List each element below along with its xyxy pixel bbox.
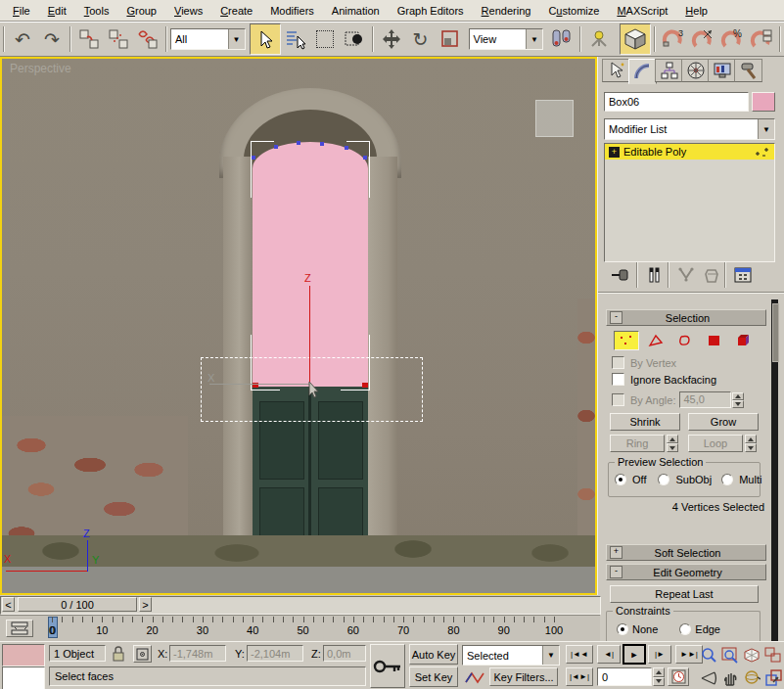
key-mode-toggle-button[interactable]: |◄►| bbox=[566, 667, 593, 686]
menu-views[interactable]: Views bbox=[165, 2, 211, 20]
ring-spinner[interactable] bbox=[667, 435, 678, 452]
trackbar-ruler[interactable]: 01020304050607080901000 bbox=[0, 617, 600, 641]
window-crossing-toggle-button[interactable] bbox=[340, 24, 369, 54]
collapse-icon[interactable]: - bbox=[610, 566, 623, 578]
previous-frame-button[interactable]: ◄| bbox=[597, 645, 621, 664]
rollout-edit-geometry-header[interactable]: - Edit Geometry bbox=[606, 564, 766, 580]
pin-stack-icon[interactable] bbox=[610, 266, 633, 284]
percent-snap-toggle-button[interactable]: % bbox=[717, 24, 747, 54]
vertex-dot[interactable] bbox=[363, 156, 367, 160]
expand-icon[interactable]: + bbox=[610, 546, 623, 559]
time-slider-next-button[interactable]: > bbox=[139, 597, 152, 612]
rollout-soft-selection-header[interactable]: + Soft Selection bbox=[606, 544, 766, 561]
select-and-link-button[interactable] bbox=[74, 24, 104, 54]
maximize-viewport-toggle-button[interactable] bbox=[761, 666, 784, 689]
vertex-dot[interactable] bbox=[274, 145, 278, 149]
snaps-toggle-button[interactable] bbox=[620, 23, 651, 55]
select-and-scale-button[interactable] bbox=[436, 24, 465, 54]
menu-grapheditors[interactable]: Graph Editors bbox=[389, 2, 473, 20]
menu-help[interactable]: Help bbox=[676, 2, 716, 20]
panel-scrollbar[interactable] bbox=[771, 299, 778, 641]
ring-button[interactable]: Ring bbox=[610, 435, 665, 452]
vertex-dot[interactable] bbox=[320, 142, 324, 146]
rectangular-selection-region-button[interactable] bbox=[310, 24, 340, 54]
modifier-stack[interactable]: + Editable Poly bbox=[604, 143, 775, 262]
loop-button[interactable]: Loop bbox=[688, 435, 743, 452]
absolute-mode-toggle-button[interactable] bbox=[133, 645, 152, 663]
menu-edit[interactable]: Edit bbox=[39, 2, 75, 20]
vertex-dot[interactable] bbox=[297, 141, 300, 145]
field-of-view-button[interactable] bbox=[697, 666, 720, 689]
select-and-move-button[interactable] bbox=[377, 24, 406, 54]
tab-modify[interactable] bbox=[628, 59, 657, 84]
current-frame-field[interactable]: 0 bbox=[597, 667, 652, 686]
border-mode-button[interactable] bbox=[672, 331, 698, 350]
selected-poly-object[interactable] bbox=[253, 142, 368, 387]
angle-snap-toggle-button[interactable] bbox=[688, 24, 717, 54]
undo-button[interactable]: ↶ bbox=[8, 24, 37, 54]
ignore-backfacing-row[interactable]: Ignore Backfacing bbox=[612, 373, 716, 386]
zoom-all-button[interactable] bbox=[718, 644, 742, 666]
select-and-rotate-button[interactable]: ↻ bbox=[406, 24, 436, 54]
menu-animation[interactable]: Animation bbox=[323, 2, 389, 20]
grow-button[interactable]: Grow bbox=[688, 413, 759, 431]
tab-motion[interactable] bbox=[681, 59, 710, 82]
panel-scrollbar-thumb[interactable] bbox=[772, 303, 779, 362]
rollout-selection-header[interactable]: - Selection bbox=[606, 309, 766, 326]
menu-maxscript[interactable]: MAXScript bbox=[608, 2, 676, 20]
auto-key-button[interactable]: Auto Key bbox=[409, 644, 458, 665]
constraints-none-radio[interactable] bbox=[617, 623, 628, 635]
use-pivot-point-center-button[interactable] bbox=[547, 24, 576, 54]
reference-coordinate-system-dropdown[interactable]: View ▼ bbox=[469, 28, 544, 50]
time-slider-prev-button[interactable]: < bbox=[2, 597, 15, 612]
object-color-swatch[interactable] bbox=[752, 92, 775, 112]
constraints-edge-radio[interactable] bbox=[679, 623, 691, 635]
edge-mode-button[interactable] bbox=[643, 331, 669, 350]
tab-display[interactable] bbox=[708, 59, 736, 82]
by-vertex-row[interactable]: By Vertex bbox=[612, 356, 676, 369]
play-button[interactable]: ► bbox=[623, 644, 646, 665]
frame-spinner[interactable] bbox=[653, 667, 665, 686]
collapse-icon[interactable]: - bbox=[610, 311, 623, 324]
stack-item-editable-poly[interactable]: + Editable Poly bbox=[605, 144, 774, 160]
vertex-dot[interactable] bbox=[345, 146, 348, 150]
gizmo-z-axis[interactable] bbox=[309, 286, 310, 386]
tab-create[interactable] bbox=[602, 59, 630, 82]
menu-modifiers[interactable]: Modifiers bbox=[261, 2, 323, 20]
chevron-down-icon[interactable]: ▼ bbox=[758, 119, 774, 139]
set-keys-key-button[interactable] bbox=[370, 644, 405, 688]
chevron-down-icon[interactable]: ▼ bbox=[228, 29, 245, 49]
time-configuration-button[interactable] bbox=[668, 667, 689, 686]
preview-off-radio[interactable] bbox=[615, 474, 626, 485]
arc-rotate-button[interactable] bbox=[740, 666, 763, 689]
key-mode-dropdown[interactable]: Selected ▼ bbox=[462, 645, 560, 666]
vertex-mode-button[interactable] bbox=[614, 331, 639, 350]
spinner-snap-toggle-button[interactable] bbox=[747, 24, 776, 54]
make-unique-icon[interactable] bbox=[676, 266, 698, 284]
menu-tools[interactable]: Tools bbox=[75, 2, 118, 20]
tab-hierarchy[interactable] bbox=[655, 59, 683, 82]
ignore-backfacing-checkbox[interactable] bbox=[612, 373, 624, 386]
zoom-button[interactable] bbox=[697, 644, 720, 666]
by-vertex-checkbox[interactable] bbox=[612, 356, 624, 369]
y-coord-field[interactable]: -2,104m bbox=[247, 645, 303, 662]
selection-lock-icon[interactable] bbox=[112, 646, 125, 662]
default-tangent-icon[interactable] bbox=[464, 669, 485, 685]
menu-group[interactable]: Group bbox=[117, 2, 165, 20]
modifier-list-dropdown[interactable]: Modifier List ▼ bbox=[604, 118, 775, 140]
unlink-selection-button[interactable] bbox=[104, 24, 133, 54]
bind-to-space-warp-button[interactable] bbox=[133, 24, 162, 54]
gizmo-x-axis[interactable] bbox=[209, 384, 309, 385]
select-by-name-button[interactable] bbox=[281, 24, 310, 54]
chevron-down-icon[interactable]: ▼ bbox=[542, 646, 559, 665]
shrink-button[interactable]: Shrink bbox=[610, 413, 680, 431]
select-and-manipulate-button[interactable] bbox=[584, 24, 614, 54]
remove-modifier-icon[interactable] bbox=[702, 266, 721, 284]
stack-expand-icon[interactable]: + bbox=[609, 147, 620, 158]
by-angle-checkbox[interactable] bbox=[612, 393, 624, 406]
menu-rendering[interactable]: Rendering bbox=[473, 2, 540, 20]
maxscript-listener-input[interactable] bbox=[2, 666, 45, 689]
zoom-extents-button[interactable] bbox=[740, 644, 763, 666]
time-slider-handle[interactable]: 0 / 100 bbox=[18, 597, 137, 612]
by-angle-spinner[interactable] bbox=[732, 392, 744, 408]
